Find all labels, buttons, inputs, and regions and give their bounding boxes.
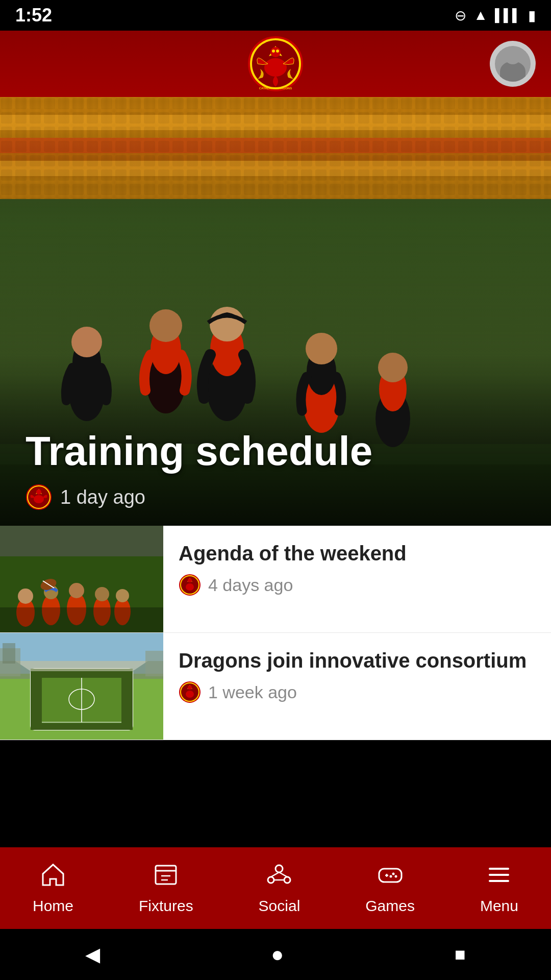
- svg-point-32: [378, 353, 408, 382]
- svg-point-26: [210, 307, 244, 341]
- avatar-body: [500, 61, 525, 82]
- social-icon: [266, 862, 292, 892]
- hero-section[interactable]: Training schedule 1 day ago: [0, 97, 551, 526]
- avatar-head: [504, 47, 521, 64]
- news-timestamp-2: 1 week ago: [208, 682, 297, 702]
- svg-point-46: [69, 583, 84, 598]
- svg-text:CATALANS DRAGONS: CATALANS DRAGONS: [259, 87, 292, 90]
- news-meta-2: 1 week ago: [179, 681, 536, 703]
- hero-title: Training schedule: [26, 429, 372, 474]
- nav-item-games[interactable]: Games: [365, 862, 415, 915]
- svg-point-91: [392, 873, 394, 875]
- news-card-1[interactable]: Agenda of the weekend 4 days ago: [0, 526, 551, 633]
- wifi-icon: ▲: [473, 7, 488, 23]
- nav-item-home[interactable]: Home: [33, 862, 73, 915]
- status-icons: ⊖ ▲ ▌▌▌ ▮: [455, 7, 536, 24]
- svg-point-75: [186, 691, 194, 698]
- nav-item-menu[interactable]: Menu: [480, 862, 518, 915]
- svg-point-4: [270, 47, 281, 57]
- svg-point-37: [36, 489, 41, 495]
- hero-text-container: Training schedule 1 day ago: [26, 429, 372, 510]
- svg-point-83: [268, 877, 274, 883]
- svg-rect-68: [31, 669, 42, 730]
- news-title-2: Dragons join innovative consortium: [179, 648, 536, 673]
- svg-point-82: [276, 865, 283, 872]
- svg-line-86: [279, 872, 287, 877]
- svg-rect-72: [3, 643, 15, 664]
- news-section: Agenda of the weekend 4 days ago: [0, 526, 551, 740]
- news-content-2: Dragons join innovative consortium 1 wee…: [163, 633, 551, 740]
- svg-point-35: [34, 495, 44, 503]
- news-timestamp-1: 4 days ago: [208, 575, 293, 595]
- svg-point-56: [186, 583, 194, 591]
- nav-label-home: Home: [33, 897, 73, 915]
- nav-label-fixtures: Fixtures: [139, 897, 193, 915]
- nav-label-social: Social: [259, 897, 300, 915]
- status-bar: 1:52 ⊖ ▲ ▌▌▌ ▮: [0, 0, 551, 31]
- do-not-disturb-icon: ⊖: [455, 7, 466, 24]
- svg-rect-71: [145, 651, 163, 676]
- home-icon: [40, 862, 66, 892]
- svg-line-85: [271, 872, 279, 877]
- header-logo: CATALANS DRAGONS: [247, 36, 304, 92]
- svg-point-84: [284, 877, 290, 883]
- svg-point-50: [116, 589, 129, 602]
- svg-point-29: [306, 333, 337, 364]
- nav-label-games: Games: [365, 897, 415, 915]
- news-content-1: Agenda of the weekend 4 days ago: [163, 526, 551, 632]
- svg-rect-69: [121, 669, 133, 730]
- svg-rect-78: [156, 866, 176, 884]
- signal-icon: ▌▌▌: [495, 8, 521, 22]
- android-nav-bar: ◀ ● ■: [0, 929, 551, 980]
- android-home-button[interactable]: ●: [271, 942, 284, 967]
- svg-point-6: [276, 50, 279, 53]
- menu-icon: [486, 862, 512, 892]
- news-thumb-1: [0, 526, 163, 632]
- news-thumb-2: [0, 633, 163, 740]
- nav-item-social[interactable]: Social: [259, 862, 300, 915]
- status-time: 1:52: [15, 5, 52, 26]
- avatar-image: [495, 46, 531, 82]
- nav-item-fixtures[interactable]: Fixtures: [139, 862, 193, 915]
- news-logo-1: [179, 574, 201, 596]
- android-back-button[interactable]: ◀: [85, 943, 100, 966]
- svg-point-20: [71, 327, 102, 357]
- svg-point-77: [188, 685, 192, 690]
- svg-point-5: [272, 50, 275, 53]
- svg-point-48: [95, 587, 109, 601]
- user-avatar[interactable]: [490, 41, 536, 87]
- svg-point-23: [149, 309, 182, 342]
- news-title-1: Agenda of the weekend: [179, 541, 536, 566]
- news-card-2[interactable]: Dragons join innovative consortium 1 wee…: [0, 633, 551, 740]
- hero-logo-small: [26, 484, 52, 510]
- nav-label-menu: Menu: [480, 897, 518, 915]
- news-logo-2: [179, 681, 201, 703]
- fixtures-icon: [153, 862, 179, 892]
- svg-point-2: [264, 58, 287, 77]
- svg-point-93: [389, 875, 392, 878]
- hero-meta: 1 day ago: [26, 484, 372, 510]
- svg-point-58: [188, 578, 192, 582]
- battery-icon: ▮: [528, 7, 536, 24]
- android-recent-button[interactable]: ■: [455, 944, 466, 965]
- hero-timestamp: 1 day ago: [60, 486, 145, 508]
- svg-rect-53: [0, 607, 163, 632]
- svg-point-92: [394, 875, 397, 878]
- news-meta-1: 4 days ago: [179, 574, 536, 596]
- games-icon: [377, 862, 404, 892]
- svg-rect-67: [31, 723, 133, 730]
- svg-point-42: [18, 589, 33, 604]
- app-header: CATALANS DRAGONS: [0, 31, 551, 97]
- bottom-navigation: Home Fixtures Social: [0, 847, 551, 929]
- svg-rect-40: [0, 526, 163, 556]
